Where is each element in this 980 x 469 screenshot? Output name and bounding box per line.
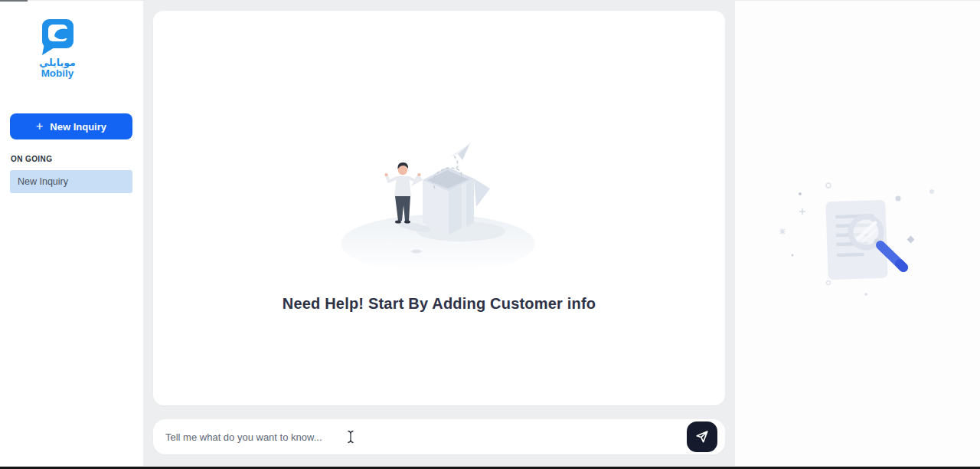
chat-area: Need Help! Start By Adding Customer info (143, 0, 735, 469)
paper-plane-icon (694, 429, 710, 444)
mobily-logo: موبايلي Mobily (0, 18, 115, 79)
window-top-edge (0, 0, 980, 1)
plus-icon: + (36, 120, 43, 133)
ongoing-section-label: ON GOING (11, 155, 52, 163)
sidebar-item-new-inquiry[interactable]: New Inquiry (10, 170, 132, 193)
message-input[interactable] (153, 419, 681, 454)
document-search-illustration (773, 180, 949, 326)
sidebar: موبايلي Mobily + New Inquiry ON GOING Ne… (0, 0, 143, 469)
empty-state-illustration (340, 138, 539, 273)
window-top-edge-dark (0, 0, 28, 2)
sidebar-item-label: New Inquiry (18, 176, 68, 187)
app-window: موبايلي Mobily + New Inquiry ON GOING Ne… (0, 0, 980, 469)
chat-empty-card: Need Help! Start By Adding Customer info (153, 11, 725, 405)
send-button[interactable] (687, 421, 717, 452)
empty-state-heading: Need Help! Start By Adding Customer info (153, 295, 725, 313)
message-composer (153, 419, 725, 454)
mobily-logo-icon (39, 18, 76, 57)
new-inquiry-button[interactable]: + New Inquiry (10, 113, 132, 139)
text-cursor-icon (347, 430, 354, 444)
brand-name-latin: Mobily (0, 67, 115, 79)
right-panel (735, 0, 980, 469)
brand-name-arabic: موبايلي (0, 57, 115, 67)
new-inquiry-button-label: New Inquiry (50, 121, 106, 133)
